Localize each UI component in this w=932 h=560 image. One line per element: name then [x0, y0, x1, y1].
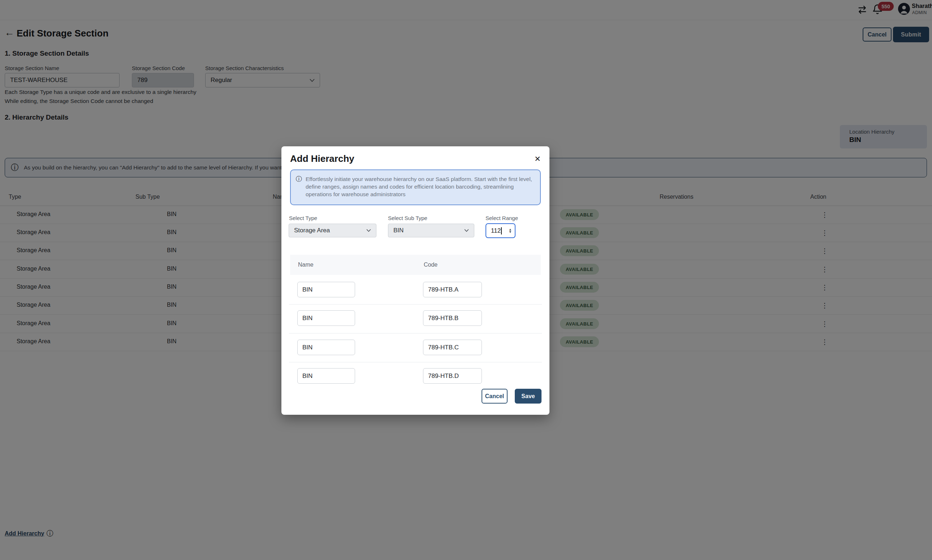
- select-sub-type-label: Select Sub Type: [388, 215, 428, 221]
- modal-info-text: Effortlessly initiate your warehouse hie…: [306, 175, 534, 205]
- add-hierarchy-modal: Add Hierarchy ✕ ⓘ Effortlessly initiate …: [281, 146, 549, 415]
- hierarchy-code-input[interactable]: [423, 340, 482, 355]
- row-divider: [289, 304, 542, 305]
- modal-title: Add Hierarchy: [290, 153, 354, 165]
- close-icon[interactable]: ✕: [532, 154, 543, 165]
- select-sub-type-value: BIN: [394, 227, 403, 234]
- modal-save-button[interactable]: Save: [515, 389, 541, 403]
- select-type-value: Storage Area: [294, 227, 330, 234]
- modal-cancel-button[interactable]: Cancel: [481, 389, 508, 403]
- select-range-label: Select Range: [486, 215, 518, 221]
- text-cursor: [501, 227, 502, 234]
- modal-column-code: Code: [424, 262, 437, 268]
- number-stepper-icons[interactable]: ▲ ▼: [509, 228, 512, 233]
- select-type-dropdown[interactable]: Storage Area: [289, 224, 377, 237]
- select-range-input[interactable]: 112 ▲ ▼: [486, 223, 515, 238]
- hierarchy-code-input[interactable]: [423, 310, 482, 326]
- modal-column-name: Name: [298, 262, 314, 268]
- hierarchy-code-input[interactable]: [423, 368, 482, 384]
- hierarchy-name-input[interactable]: [297, 310, 355, 326]
- hierarchy-code-input[interactable]: [423, 282, 482, 297]
- hierarchy-name-input[interactable]: [297, 368, 355, 384]
- row-divider: [289, 333, 542, 334]
- chevron-down-icon: [464, 229, 469, 232]
- chevron-down-icon: [366, 229, 371, 232]
- select-range-value: 112: [491, 227, 501, 234]
- select-sub-type-dropdown[interactable]: BIN: [388, 224, 474, 237]
- info-icon: ⓘ: [296, 175, 302, 205]
- modal-info-box: ⓘ Effortlessly initiate your warehouse h…: [290, 169, 541, 205]
- hierarchy-name-input[interactable]: [297, 282, 355, 297]
- stepper-down-icon[interactable]: ▼: [509, 231, 512, 233]
- hierarchy-name-input[interactable]: [297, 340, 355, 355]
- row-divider: [289, 362, 542, 362]
- select-type-label: Select Type: [289, 215, 317, 221]
- modal-table-header: Name Code: [290, 255, 541, 275]
